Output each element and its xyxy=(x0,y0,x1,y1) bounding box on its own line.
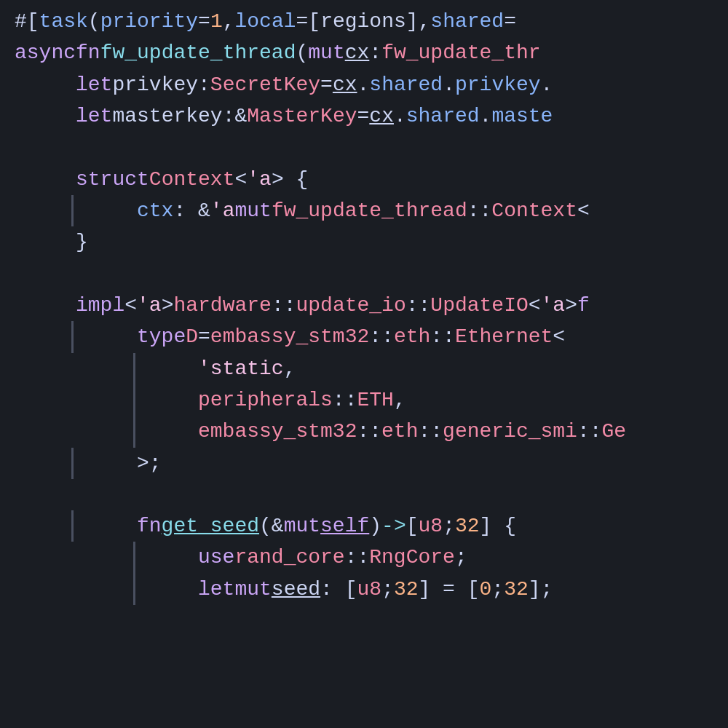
code-token: MasterKey xyxy=(247,100,357,132)
code-line-5-empty xyxy=(15,132,728,164)
code-token: < xyxy=(124,290,137,321)
code-token: mut xyxy=(284,510,320,542)
code-token: privkey xyxy=(112,69,198,100)
code-token: ], xyxy=(406,6,431,37)
code-token: > xyxy=(565,290,577,321)
code-token: :: xyxy=(333,384,357,416)
code-token: ctx xyxy=(137,195,173,226)
code-line-8: } xyxy=(15,226,728,258)
code-token: generic_smi xyxy=(443,416,577,447)
code-token: shared xyxy=(406,100,480,132)
code-token: u8 xyxy=(357,574,381,605)
code-token: . xyxy=(357,69,370,100)
code-token: let xyxy=(198,574,234,605)
code-token: maste xyxy=(491,100,553,132)
code-token: :: xyxy=(577,416,602,447)
code-token: SecretKey xyxy=(210,69,320,100)
code-line-4: let masterkey: &MasterKey = cx.shared.ma… xyxy=(15,100,728,132)
code-line-7: ctx: &'a mut fw_update_thread::Context< xyxy=(15,195,728,226)
code-token: < xyxy=(577,195,590,226)
code-token: Ge xyxy=(602,416,627,447)
code-token: local xyxy=(235,6,296,37)
code-token: . xyxy=(443,69,455,100)
code-token: embassy_stm32 xyxy=(210,321,369,352)
code-token: 0 xyxy=(480,574,492,605)
code-token: = xyxy=(198,6,210,37)
code-token: f xyxy=(577,290,590,321)
code-token: :: xyxy=(406,290,431,321)
code-token: let xyxy=(76,69,112,100)
code-token: update_io xyxy=(296,290,405,321)
code-token: :: xyxy=(369,321,394,352)
code-token: ; xyxy=(455,542,467,573)
code-token: = xyxy=(320,69,333,100)
code-line-1: #[task(priority = 1, local=[regions], sh… xyxy=(15,6,728,37)
code-line-3: let privkey: SecretKey = cx.shared.privk… xyxy=(15,69,728,100)
code-token: ETH xyxy=(357,384,393,416)
code-token: 32 xyxy=(455,510,480,542)
code-line-12: 'static, xyxy=(15,353,728,384)
code-token: :: xyxy=(345,542,370,573)
code-token: u8 xyxy=(419,510,443,542)
code-token: cx xyxy=(333,69,357,100)
code-token: 32 xyxy=(394,574,419,605)
code-token: shared xyxy=(430,6,504,37)
code-line-9-empty xyxy=(15,258,728,290)
code-token: ( xyxy=(88,6,100,37)
code-token: shared xyxy=(369,69,443,100)
code-token: ; xyxy=(491,574,504,605)
code-line-11: type D = embassy_stm32::eth::Ethernet< xyxy=(15,321,728,352)
code-token: hardware xyxy=(173,290,271,321)
code-token: < xyxy=(234,164,247,195)
code-line-15: >; xyxy=(15,448,728,479)
code-token: rand_core xyxy=(234,542,344,573)
code-token: regions xyxy=(320,6,406,37)
code-token: :: xyxy=(272,290,296,321)
code-token: : xyxy=(223,100,235,132)
code-token: , xyxy=(394,384,406,416)
code-token: :: xyxy=(357,416,381,447)
code-token: (& xyxy=(259,510,284,542)
code-token: 'a xyxy=(210,195,235,226)
code-token: Context xyxy=(491,195,577,226)
code-token: mut xyxy=(234,195,271,226)
code-token: :: xyxy=(467,195,492,226)
code-token: use xyxy=(198,542,234,573)
code-token: ]; xyxy=(529,574,553,605)
code-token: . xyxy=(541,69,553,100)
code-token: } xyxy=(76,226,88,258)
code-token: D xyxy=(186,321,198,352)
code-token: ] { xyxy=(480,510,516,542)
code-token: =[ xyxy=(296,6,321,37)
code-line-14: embassy_stm32::eth::generic_smi::Ge xyxy=(15,416,728,447)
code-token: : xyxy=(369,37,381,68)
code-token: task xyxy=(39,6,88,37)
code-token: . xyxy=(394,100,406,132)
code-token: embassy_stm32 xyxy=(198,416,357,447)
code-token: impl xyxy=(76,290,124,321)
code-token: ; xyxy=(381,574,394,605)
code-token: seed xyxy=(272,574,320,605)
code-token: Context xyxy=(149,164,235,195)
code-editor: #[task(priority = 1, local=[regions], sh… xyxy=(0,0,728,728)
code-token: ; xyxy=(443,510,455,542)
code-token: RngCore xyxy=(369,542,455,573)
code-token: UpdateIO xyxy=(430,290,528,321)
code-token: < xyxy=(553,321,565,352)
code-token: > xyxy=(162,290,174,321)
code-token: : [ xyxy=(320,574,357,605)
code-token: fw_update_thread xyxy=(272,195,467,226)
code-token: >; xyxy=(137,448,162,479)
code-token: priority xyxy=(100,6,198,37)
code-token: ) xyxy=(369,510,381,542)
code-token: 'a xyxy=(541,290,566,321)
code-token: mut xyxy=(308,37,344,68)
code-token: eth xyxy=(381,416,418,447)
code-token: cx xyxy=(369,100,394,132)
code-token: 'a xyxy=(247,164,272,195)
code-token: fn xyxy=(76,37,100,68)
code-token: ] = [ xyxy=(419,574,480,605)
code-token: fn xyxy=(137,510,162,542)
code-token: , xyxy=(284,353,296,384)
code-token: [ xyxy=(406,510,419,542)
